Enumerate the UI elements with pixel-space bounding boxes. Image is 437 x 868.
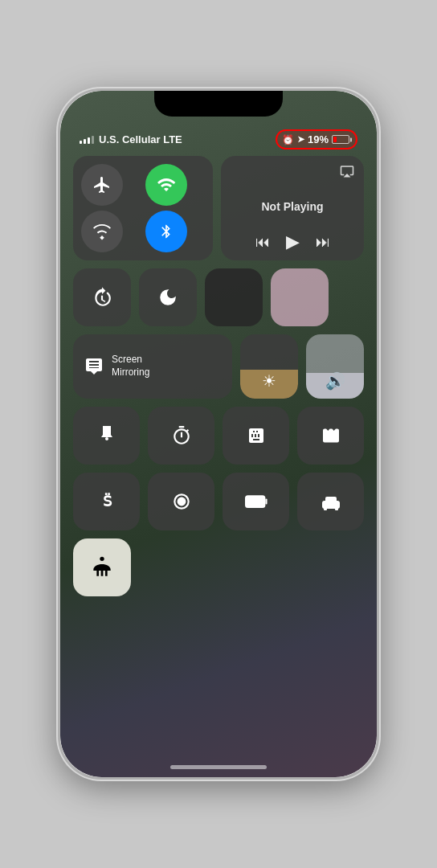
cellular-data-button[interactable] <box>81 211 123 252</box>
playback-controls: ⏮ ▶ ⏭ <box>231 231 354 252</box>
svg-point-12 <box>100 557 104 561</box>
now-playing-header <box>231 164 354 182</box>
airplane-mode-button[interactable] <box>81 164 123 206</box>
camera-button[interactable] <box>297 407 364 465</box>
row-accessibility <box>73 538 364 596</box>
svg-rect-6 <box>247 497 255 506</box>
battery-icon <box>332 135 349 144</box>
notch <box>154 91 283 117</box>
battery-area: ⏰ ➤ 19% <box>276 129 357 149</box>
connectivity-grid <box>73 156 213 260</box>
airplay-icon[interactable] <box>340 164 354 182</box>
screen-mirroring-icon <box>84 357 104 376</box>
battery-percent: 19% <box>308 133 329 145</box>
flashlight-icon <box>97 424 116 447</box>
volume-icon: 🔊 <box>325 371 345 391</box>
accessibility-icon <box>89 555 115 580</box>
calculator-button[interactable] <box>223 407 289 465</box>
screen-mirroring-button[interactable]: ScreenMirroring <box>73 334 232 399</box>
calculator-icon <box>247 426 266 445</box>
power-button[interactable] <box>378 264 379 328</box>
flashlight-button[interactable] <box>73 407 140 465</box>
wifi-icon <box>157 175 176 194</box>
svg-rect-0 <box>100 289 102 291</box>
sleep-icon <box>321 493 341 510</box>
svg-point-4 <box>177 497 186 506</box>
row-app-buttons-2: S̈ <box>73 473 364 530</box>
row-lock-dnd <box>73 268 364 326</box>
now-playing-title: Not Playing <box>231 200 354 213</box>
svg-rect-9 <box>325 497 337 502</box>
low-power-button[interactable] <box>223 473 289 530</box>
battery-low-power-icon <box>245 494 268 509</box>
control-center: Not Playing ⏮ ▶ ⏭ <box>60 156 377 777</box>
previous-button[interactable]: ⏮ <box>255 234 270 251</box>
cellular-icon <box>93 223 111 240</box>
timer-icon <box>171 425 192 446</box>
home-indicator[interactable] <box>170 765 267 769</box>
shazam-icon: S̈ <box>97 492 116 511</box>
accessibility-button[interactable] <box>73 538 131 596</box>
screen-record-icon <box>171 491 192 512</box>
volume-up-button[interactable] <box>58 264 59 308</box>
airplane-icon <box>92 175 112 194</box>
brightness-icon: ☀ <box>262 371 276 391</box>
row-connectivity-nowplaying: Not Playing ⏮ ▶ ⏭ <box>73 156 364 260</box>
row-app-buttons-1 <box>73 407 364 465</box>
bluetooth-button[interactable] <box>145 211 187 252</box>
svg-rect-10 <box>324 508 327 510</box>
play-button[interactable]: ▶ <box>286 231 300 252</box>
timer-button[interactable] <box>148 407 214 465</box>
camera-icon <box>321 426 341 445</box>
airplay-svg <box>340 164 354 178</box>
light-tile-button[interactable] <box>271 268 329 326</box>
dark-tile-button[interactable] <box>205 268 263 326</box>
do-not-disturb-button[interactable] <box>139 268 197 326</box>
sleep-button[interactable] <box>297 473 364 530</box>
volume-slider[interactable]: 🔊 <box>306 334 364 399</box>
volume-down-button[interactable] <box>58 316 59 360</box>
brightness-slider[interactable]: ☀ <box>240 334 298 399</box>
location-icon: ➤ <box>297 134 304 145</box>
bluetooth-icon <box>158 222 174 241</box>
alarm-icon: ⏰ <box>282 134 294 145</box>
svg-rect-7 <box>265 499 267 505</box>
next-button[interactable]: ⏭ <box>316 234 330 251</box>
now-playing-panel: Not Playing ⏮ ▶ ⏭ <box>221 156 364 260</box>
status-left: U.S. Cellular LTE <box>80 133 182 145</box>
row-mirroring-sliders: ScreenMirroring ☀ 🔊 <box>73 334 364 399</box>
shazam-button[interactable]: S̈ <box>73 473 140 530</box>
signal-bars <box>80 136 94 144</box>
svg-rect-11 <box>335 508 338 510</box>
moon-icon <box>157 287 178 308</box>
phone-device: U.S. Cellular LTE ⏰ ➤ 19% <box>58 88 379 780</box>
svg-text:S̈: S̈ <box>102 493 112 510</box>
rotation-lock-button[interactable] <box>73 268 131 326</box>
screen-mirroring-label: ScreenMirroring <box>112 354 149 379</box>
screen-record-button[interactable] <box>148 473 214 530</box>
rotation-lock-icon <box>92 287 112 308</box>
phone-screen: U.S. Cellular LTE ⏰ ➤ 19% <box>60 91 377 777</box>
wifi-button[interactable] <box>145 164 187 206</box>
carrier-label: U.S. Cellular LTE <box>99 133 182 145</box>
